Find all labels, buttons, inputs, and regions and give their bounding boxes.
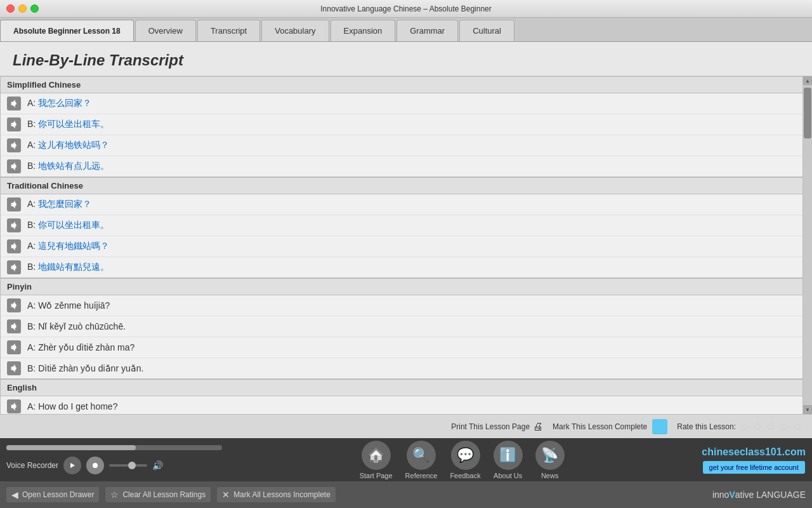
play-button[interactable] [63, 457, 81, 474]
record-button[interactable] [86, 457, 104, 474]
brand-suffix: class101.com [740, 446, 806, 457]
complete-checkbox[interactable] [652, 419, 667, 434]
line-text: A: How do I get home? [27, 401, 117, 411]
search-icon: 🔍 [412, 447, 429, 464]
open-drawer-button[interactable]: ◀ Open Lesson Drawer [6, 487, 99, 502]
tab-lesson[interactable]: Absolute Beginner Lesson 18 [0, 20, 134, 41]
tab-expansion[interactable]: Expansion [331, 20, 396, 41]
mark-complete-label: Mark This Lesson Complete [553, 422, 647, 431]
speaker-icon[interactable] [7, 197, 21, 211]
reference-icon-circle: 🔍 [407, 441, 436, 470]
free-account-button[interactable]: get your free lifetime account [703, 461, 805, 474]
speaker-icon[interactable] [7, 159, 21, 173]
rate-label: Rate this Lesson: [677, 422, 736, 431]
print-label: Print This Lesson Page [451, 422, 530, 431]
scrollbar[interactable]: ▲ ▼ [803, 76, 812, 414]
maximize-button[interactable] [30, 4, 39, 13]
line-text: B: Dìtiě zhàn yǒu diǎnr yuǎn. [27, 363, 143, 373]
line-text: B: 地鐵站有點兒遠。 [27, 262, 109, 273]
tab-overview[interactable]: Overview [135, 20, 196, 41]
line-text: A: Zhèr yǒu dìtiě zhàn ma? [27, 342, 134, 352]
scroll-down-button[interactable]: ▼ [803, 405, 812, 414]
page-title: Line-By-Line Transcript [13, 51, 183, 69]
speaker-icon[interactable] [7, 361, 21, 375]
news-icon-circle: 📡 [535, 441, 565, 470]
line-text: A: Wǒ zěnme huíjiā? [27, 300, 110, 311]
speaker-icon[interactable] [7, 319, 21, 333]
star-3[interactable]: ☆ [766, 420, 776, 434]
speaker-icon[interactable] [7, 239, 21, 253]
line-text: B: Nǐ kěyǐ zuò chūzūchē. [27, 321, 126, 331]
star-2[interactable]: ☆ [752, 420, 763, 434]
list-item: A: 这儿有地铁站吗？ [1, 135, 802, 156]
close-button[interactable] [6, 4, 15, 13]
section-header-english: English [1, 380, 802, 396]
speaker-icon[interactable] [7, 218, 21, 232]
player-controls: Voice Recorder 🔊 [6, 445, 222, 474]
star-5[interactable]: ☆ [792, 420, 802, 434]
minimize-button[interactable] [18, 4, 27, 13]
list-item: B: 地铁站有点儿远。 [1, 156, 802, 177]
content-header: Line-By-Line Transcript [0, 42, 812, 76]
tab-cultural[interactable]: Cultural [459, 20, 514, 41]
footer-logo: innoVative LANGUAGE [712, 490, 806, 500]
section-english: English A: How do I get home? [0, 379, 803, 414]
home-icon: 🏠 [367, 447, 384, 464]
speaker-icon[interactable] [7, 399, 21, 413]
list-item: A: Zhèr yǒu dìtiě zhàn ma? [1, 337, 802, 358]
branding: chineseclass101.com get your free lifeti… [702, 446, 806, 474]
clear-ratings-label: Clear All Lesson Ratings [122, 490, 206, 499]
speaker-icon[interactable] [7, 97, 21, 110]
start-page-icon-circle: 🏠 [362, 441, 391, 470]
player-bar: Voice Recorder 🔊 🏠 [0, 438, 812, 481]
tab-grammar[interactable]: Grammar [396, 20, 458, 41]
speaker-icon[interactable] [7, 117, 21, 131]
tab-transcript[interactable]: Transcript [197, 20, 260, 41]
scroll-thumb[interactable] [804, 88, 811, 138]
print-button[interactable]: Print This Lesson Page 🖨 [451, 421, 543, 432]
x-icon: ✕ [222, 490, 230, 500]
tab-vocabulary[interactable]: Vocabulary [261, 20, 329, 41]
list-item: A: 我怎麼回家？ [1, 194, 802, 215]
title-bar: Innovative Language Chinese – Absolute B… [0, 0, 812, 18]
mark-incomplete-button[interactable]: ✕ Mark All Lessons Incomplete [217, 487, 336, 502]
speaker-icon[interactable] [7, 260, 21, 274]
feedback-label: Feedback [450, 472, 480, 479]
rate-section: Rate this Lesson: ☆ ☆ ☆ ☆ ☆ [677, 420, 802, 434]
list-item: B: 地鐵站有點兒遠。 [1, 257, 802, 277]
section-pinyin: Pinyin A: Wǒ zěnme huíjiā? B: Nǐ kěyǐ zu… [0, 278, 803, 379]
progress-bar[interactable] [6, 445, 222, 450]
svg-point-1 [93, 463, 98, 468]
progress-fill [6, 445, 136, 450]
rss-icon: 📡 [541, 447, 558, 464]
volume-track [109, 464, 147, 467]
brand-prefix: chinese [702, 446, 740, 457]
printer-icon: 🖨 [533, 421, 543, 432]
nav-icon-about-us[interactable]: ℹ️ About Us [494, 441, 523, 479]
feedback-icon-circle: 💬 [451, 441, 480, 470]
speaker-icon[interactable] [7, 340, 21, 354]
mark-incomplete-label: Mark All Lessons Incomplete [233, 490, 331, 499]
list-item: A: How do I get home? [1, 396, 802, 414]
nav-icon-news[interactable]: 📡 News [535, 441, 565, 479]
transcript-scroll[interactable]: Simplified Chinese A: 我怎么回家？ B: 你可以坐出租车。 [0, 76, 812, 414]
tab-bar: Absolute Beginner Lesson 18 Overview Tra… [0, 18, 812, 42]
clear-ratings-button[interactable]: ☆ Clear All Lesson Ratings [105, 487, 211, 502]
volume-slider[interactable] [109, 464, 147, 467]
content-area: Line-By-Line Transcript Simplified Chine… [0, 42, 812, 438]
speaker-icon[interactable] [7, 138, 21, 152]
speaker-icon[interactable] [7, 298, 21, 312]
reference-label: Reference [405, 472, 438, 479]
star-4[interactable]: ☆ [779, 420, 789, 434]
voice-recorder-label: Voice Recorder [6, 461, 58, 470]
window-title: Innovative Language Chinese – Absolute B… [320, 4, 492, 13]
nav-icon-reference[interactable]: 🔍 Reference [405, 441, 438, 479]
info-icon: ℹ️ [499, 447, 516, 464]
star-1[interactable]: ☆ [739, 420, 749, 434]
nav-icon-feedback[interactable]: 💬 Feedback [450, 441, 480, 479]
scroll-up-button[interactable]: ▲ [803, 76, 812, 85]
section-traditional: Traditional Chinese A: 我怎麼回家？ B: 你可以坐出租車… [0, 177, 803, 278]
bottom-action-bar: Print This Lesson Page 🖨 Mark This Lesso… [0, 414, 812, 438]
mark-complete-button[interactable]: Mark This Lesson Complete [553, 419, 667, 434]
nav-icon-start-page[interactable]: 🏠 Start Page [360, 441, 393, 479]
